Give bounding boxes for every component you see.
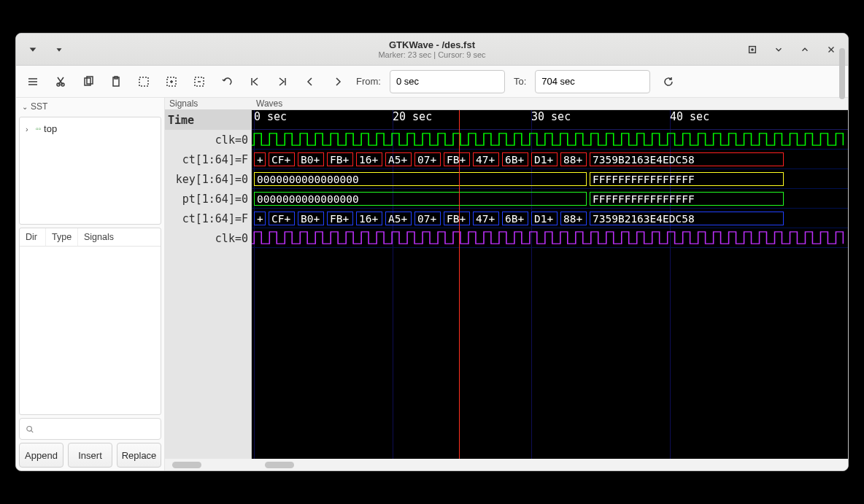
from-label: From: xyxy=(356,76,381,87)
zoom-in-button[interactable] xyxy=(162,72,181,91)
titlebar: GTKWave - /des.fst Marker: 23 sec | Curs… xyxy=(16,34,848,66)
paste-button[interactable] xyxy=(107,72,126,91)
search-box[interactable] xyxy=(19,418,161,440)
bus-segment: 0000000000000000 xyxy=(254,192,587,206)
maximize-button[interactable] xyxy=(794,40,816,59)
signal-row[interactable]: ct[1:64]=F xyxy=(165,150,252,169)
hamburger-menu-button[interactable] xyxy=(23,72,42,91)
wave-row[interactable]: +CF+B0+FB+16+A5+07+FB+47+6B+D1+88+7359B2… xyxy=(252,150,848,169)
bus-segment: CF+ xyxy=(269,212,295,225)
bus-segment: 88+ xyxy=(560,152,587,166)
signals-header: Signals xyxy=(165,98,252,110)
zoom-fit-button[interactable] xyxy=(134,72,153,91)
vscroll[interactable] xyxy=(838,98,846,456)
button-row: Append Insert Replace xyxy=(19,443,161,468)
to-label: To: xyxy=(514,76,526,87)
wave-canvas[interactable]: 0 sec20 sec30 sec40 sec+CF+B0+FB+16+A5+0… xyxy=(252,110,848,459)
undo-button[interactable] xyxy=(217,72,236,91)
bus-segment: 7359B2163E4EDC58 xyxy=(590,152,784,166)
toolbar: From: To: xyxy=(16,66,848,98)
bus-segment: B0+ xyxy=(298,212,324,225)
module-icon: ▫▫ xyxy=(36,125,41,133)
insert-button[interactable]: Insert xyxy=(68,443,112,468)
svg-point-11 xyxy=(27,426,32,431)
chevron-down-icon: ⌄ xyxy=(22,103,28,111)
signal-row[interactable]: clk=0 xyxy=(165,130,252,150)
col-type[interactable]: Type xyxy=(46,228,78,246)
cut-button[interactable] xyxy=(51,72,70,91)
bus-segment: 07+ xyxy=(414,152,441,166)
history-back-button[interactable] xyxy=(22,40,44,59)
wave-row[interactable]: +CF+B0+FB+16+A5+07+FB+47+6B+D1+88+7359B2… xyxy=(252,209,848,228)
bus-segment: FFFFFFFFFFFFFFFF xyxy=(590,172,784,186)
bus-segment: A5+ xyxy=(385,152,412,166)
main-area: ⌄ SST › ▫▫ top Dir Type Signals xyxy=(16,98,848,470)
copy-button[interactable] xyxy=(79,72,98,91)
signal-row[interactable]: ct[1:64]=F xyxy=(165,209,252,228)
history-menu-button[interactable] xyxy=(48,40,70,59)
search-input[interactable] xyxy=(39,424,155,435)
from-input[interactable] xyxy=(390,70,505,93)
bus-segment: 16+ xyxy=(356,212,382,225)
signals-list[interactable]: Dir Type Signals xyxy=(19,228,161,415)
go-end-button[interactable] xyxy=(273,72,292,91)
hierarchy-tree[interactable]: › ▫▫ top xyxy=(19,117,161,225)
signal-names[interactable]: Timeclk=0ct[1:64]=Fkey[1:64]=0pt[1:64]=0… xyxy=(165,110,252,248)
window-subtitle: Marker: 23 sec | Cursor: 9 sec xyxy=(16,50,848,59)
bus-segment: D1+ xyxy=(531,212,558,225)
bus-segment: 7359B2163E4EDC58 xyxy=(590,212,784,225)
bus-segment: D1+ xyxy=(531,152,558,166)
next-edge-button[interactable] xyxy=(328,72,347,91)
signals-hscroll[interactable] xyxy=(165,459,252,470)
bus-segment: + xyxy=(254,152,266,166)
reload-button[interactable] xyxy=(659,72,678,91)
ruler-tick: 30 sec xyxy=(531,110,571,123)
wave-row[interactable]: 0000000000000000FFFFFFFFFFFFFFFF xyxy=(252,169,848,189)
bus-segment: 6B+ xyxy=(502,212,528,225)
signal-row[interactable]: clk=0 xyxy=(165,228,252,248)
bus-segment: 0000000000000000 xyxy=(254,172,587,186)
signal-row[interactable]: pt[1:64]=0 xyxy=(165,189,252,209)
expand-icon[interactable]: › xyxy=(26,125,33,133)
bus-segment: FFFFFFFFFFFFFFFF xyxy=(590,192,784,206)
go-start-button[interactable] xyxy=(245,72,264,91)
waves-header: Waves xyxy=(252,98,848,110)
ruler-tick: 0 sec xyxy=(254,110,287,123)
maximize-alt-button[interactable] xyxy=(741,40,763,59)
bus-segment: + xyxy=(254,212,266,225)
app-window: GTKWave - /des.fst Marker: 23 sec | Curs… xyxy=(15,33,849,471)
prev-edge-button[interactable] xyxy=(301,72,320,91)
col-dir[interactable]: Dir xyxy=(20,228,46,246)
wave-row[interactable]: 0000000000000000FFFFFFFFFFFFFFFF xyxy=(252,189,848,209)
bus-segment: 47+ xyxy=(473,212,499,225)
minimize-button[interactable] xyxy=(768,40,790,59)
wave-row[interactable] xyxy=(252,228,848,248)
append-button[interactable]: Append xyxy=(19,443,63,468)
bus-segment: 88+ xyxy=(560,212,587,225)
svg-rect-8 xyxy=(139,77,148,86)
signal-row[interactable]: Time xyxy=(165,110,252,130)
marker-line[interactable] xyxy=(459,110,460,459)
sst-header[interactable]: ⌄ SST xyxy=(19,99,161,114)
bus-segment: CF+ xyxy=(269,152,295,166)
bus-segment: 07+ xyxy=(414,212,441,225)
ruler-tick: 20 sec xyxy=(393,110,432,123)
bus-segment: 47+ xyxy=(473,152,499,166)
col-signals[interactable]: Signals xyxy=(78,228,161,246)
signal-row[interactable]: key[1:64]=0 xyxy=(165,169,252,189)
replace-button[interactable]: Replace xyxy=(117,443,161,468)
bus-segment: 6B+ xyxy=(502,152,528,166)
tree-item-top[interactable]: › ▫▫ top xyxy=(26,122,155,136)
waves-column: Waves 0 sec20 sec30 sec40 sec+CF+B0+FB+1… xyxy=(252,98,848,470)
bus-segment: B0+ xyxy=(298,152,324,166)
svg-point-1 xyxy=(752,48,753,50)
list-header: Dir Type Signals xyxy=(20,228,161,247)
bus-segment: FB+ xyxy=(327,152,353,166)
wave-row[interactable] xyxy=(252,130,848,150)
to-input[interactable] xyxy=(535,70,650,93)
bus-segment: 16+ xyxy=(356,152,382,166)
signals-column: Signals Timeclk=0ct[1:64]=Fkey[1:64]=0pt… xyxy=(165,98,252,470)
bus-segment: A5+ xyxy=(385,212,412,225)
zoom-out-button[interactable] xyxy=(190,72,209,91)
waves-hscroll[interactable] xyxy=(252,459,848,470)
